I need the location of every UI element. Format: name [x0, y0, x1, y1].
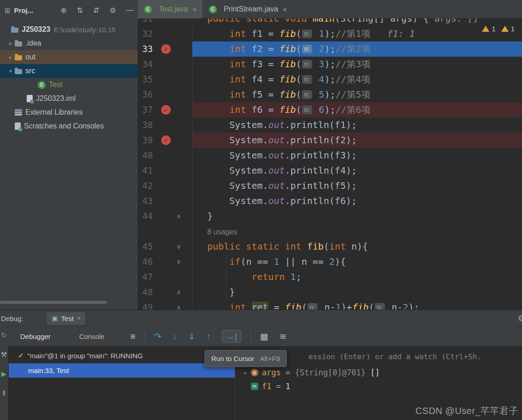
code-line-34[interactable]: 34 int f3 = fib(n: 3);//第3项 — [138, 57, 522, 72]
run-to-cursor-icon[interactable]: →| — [222, 330, 241, 343]
tooltip-label: Run to Cursor — [211, 355, 254, 362]
code-line-35[interactable]: 35 int f4 = fib(n: 4);//第4项 — [138, 72, 522, 87]
fold-marker-icon[interactable]: ∧ — [177, 300, 180, 309]
token: n- — [386, 302, 403, 309]
step-over-icon[interactable]: ↷ — [154, 332, 162, 341]
tree-item-scratches[interactable]: Scratches and Consoles — [0, 119, 138, 133]
breakpoint-icon[interactable]: ✓ — [161, 135, 171, 145]
tree-item-iml-file[interactable]: J250323.iml — [0, 92, 138, 105]
close-tab-icon[interactable]: × — [192, 6, 197, 13]
code-line-47[interactable]: 47 return 1; — [138, 269, 522, 285]
thread-row[interactable]: ✓ "main"@1 in group "main": RUNNING — [9, 349, 235, 362]
code-line-32[interactable]: 32 int f1 = fib(n: 1);//第1项 f1: 1 — [138, 26, 522, 41]
fold-marker-icon[interactable]: ∨ — [177, 239, 180, 254]
tab-console[interactable]: Console — [79, 332, 104, 340]
settings-gear-icon[interactable]: ⚙ — [110, 6, 116, 15]
hide-panel-icon[interactable]: — — [126, 6, 133, 15]
layout-settings-icon[interactable]: ≡ — [130, 332, 135, 341]
frame-window-icon: ▣ — [52, 315, 58, 322]
chevron-icon[interactable]: ▸ — [6, 41, 15, 47]
chevron-icon[interactable]: ▾ — [6, 68, 15, 74]
line-number: 35 — [138, 72, 156, 87]
equals-sign: = — [271, 382, 285, 391]
resume-icon[interactable]: ▶ — [1, 370, 7, 377]
code-line-44[interactable]: 44∧ } — [138, 209, 522, 224]
collapse-all-icon[interactable]: ⇵ — [93, 6, 99, 15]
token — [185, 271, 252, 282]
chevron-icon[interactable]: ▸ — [6, 54, 15, 60]
token: //第5项 — [336, 89, 371, 100]
code-line-40[interactable]: 40 System.out.println(f3); — [138, 148, 522, 163]
build-icon[interactable]: ⚒ — [1, 351, 7, 358]
tree-item-test-class[interactable]: CTest — [0, 78, 138, 92]
variable-row-f1[interactable]: 01f1 = 1 — [235, 379, 522, 393]
token: out — [268, 195, 285, 206]
project-hscrollbar[interactable] — [0, 301, 107, 304]
warning-count: 1 — [511, 25, 515, 33]
force-step-into-icon[interactable]: ⇓ — [188, 332, 195, 341]
token: int — [329, 241, 346, 252]
code-line-41[interactable]: 41 System.out.println(f4); — [138, 163, 522, 178]
variable-row-args[interactable]: ▸pargs = {String[0]@701} [] — [235, 366, 522, 379]
tree-item-root[interactable]: J250323E:\code\study-10.15 — [0, 23, 138, 36]
code-line-42[interactable]: 42 System.out.println(f5); — [138, 178, 522, 193]
tree-item-external-libraries[interactable]: External Libraries — [0, 105, 138, 119]
code-line-usages[interactable]: 8 usages — [138, 224, 522, 239]
code-line-37[interactable]: 37✓ int f6 = fib(n: 6);//第6项 — [138, 102, 522, 117]
token — [185, 74, 229, 85]
close-icon[interactable]: × — [77, 315, 81, 322]
expand-all-icon[interactable]: ⇅ — [77, 6, 83, 15]
expand-chevron-icon[interactable]: ▸ — [242, 370, 249, 376]
fold-marker-icon[interactable]: ∨ — [177, 254, 180, 269]
tab-test-java[interactable]: CTest.java× — [138, 0, 203, 18]
warning-badge[interactable]: 1 — [501, 25, 515, 33]
view-breakpoints-icon[interactable]: ▦ — [260, 332, 268, 341]
tree-item-out[interactable]: ▸out — [0, 50, 138, 64]
tree-item-src[interactable]: ▾src — [0, 64, 138, 78]
code-line-33[interactable]: 33✓ int f2 = fib(n: 2);//第2项 — [138, 41, 522, 57]
token — [246, 302, 251, 309]
step-into-icon[interactable]: ↓ — [173, 332, 177, 341]
stack-frame-row[interactable]: main:33, Test — [9, 363, 235, 378]
editor[interactable]: 31 public static void main(String[] args… — [138, 18, 522, 309]
token: main — [313, 18, 335, 24]
class-icon: C — [38, 81, 46, 89]
breakpoint-icon[interactable]: ✓ — [161, 44, 171, 54]
token: f1 = — [246, 28, 279, 39]
fold-marker-icon[interactable]: ∧ — [177, 209, 180, 224]
step-out-icon[interactable]: ↑ — [206, 332, 211, 341]
code-line-48[interactable]: 48∧ } — [138, 285, 522, 300]
locate-file-icon[interactable]: ⊕ — [60, 6, 66, 15]
debug-session-tab[interactable]: ▣ Test × — [47, 312, 85, 325]
code-line-31[interactable]: 31 public static void main(String[] args… — [138, 18, 522, 26]
code-line-39[interactable]: 39✓ System.out.println(f2); — [138, 133, 522, 148]
token: out — [268, 165, 285, 176]
line-number: 32 — [138, 26, 156, 41]
debug-settings-gear-icon[interactable]: ⚙ — [518, 314, 522, 323]
code-text: System.out.println(f5); — [185, 178, 357, 193]
tab-printstream-java[interactable]: CPrintStream.java× — [203, 0, 293, 18]
code-line-43[interactable]: 43 System.out.println(f6); — [138, 193, 522, 209]
watch-hint[interactable]: ession (Enter) or add a watch (Ctrl+Sh. — [308, 352, 481, 362]
rerun-icon[interactable]: ↻ — [1, 332, 7, 338]
token: public static int — [207, 241, 307, 252]
tab-debugger[interactable]: Debugger — [20, 332, 51, 340]
warning-badge[interactable]: 1 — [482, 25, 495, 33]
code-line-46[interactable]: 46∨ if(n == 1 || n == 2){ — [138, 254, 522, 269]
code-line-38[interactable]: 38 System.out.println(f1); — [138, 117, 522, 133]
pause-icon[interactable]: ‖ — [2, 390, 5, 397]
line-number: 46 — [138, 254, 156, 269]
close-tab-icon[interactable]: × — [283, 6, 287, 13]
mute-breakpoints-icon[interactable]: ≋ — [279, 332, 287, 341]
token: ); — [325, 28, 336, 39]
fold-marker-icon[interactable]: ∧ — [177, 285, 180, 300]
code-line-45[interactable]: 45∨ public static int fib(int n){ — [138, 239, 522, 254]
line-number: 43 — [138, 193, 156, 209]
code-area[interactable]: 31 public static void main(String[] args… — [138, 18, 522, 309]
inspections-widget[interactable]: 1 1 — [482, 25, 515, 33]
code-line-36[interactable]: 36 int f5 = fib(n: 5);//第5项 — [138, 87, 522, 102]
project-tool-window-icon[interactable]: ⊞ — [5, 6, 11, 15]
code-line-49[interactable]: 49∧ int ret = fib(n: n-1)+fib(n: n-2); — [138, 300, 522, 309]
breakpoint-icon[interactable]: ✓ — [161, 105, 171, 115]
tree-item-idea[interactable]: ▸.idea — [0, 36, 138, 50]
